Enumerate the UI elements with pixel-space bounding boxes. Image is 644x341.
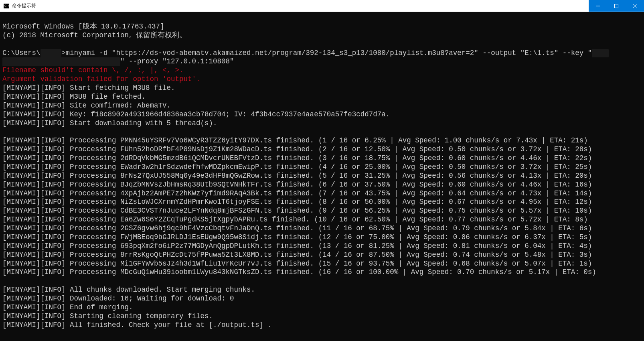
terminal-output[interactable]: Microsoft Windows [版本 10.0.17763.437] (c… — [0, 12, 644, 341]
log-line: [MINYAMI][INFO] Proccessing 693pqXm2fo6i… — [2, 242, 592, 250]
error-line-2: Argument validation failed for option 'o… — [2, 75, 200, 83]
log-line: [MINYAMI][INFO] Proccessing 8rrRsKgoQtPH… — [2, 251, 592, 259]
close-button[interactable] — [626, 0, 644, 12]
redacted-user: xxxxx — [41, 49, 62, 58]
info-post-block: [MINYAMI][INFO] All chunks downloaded. S… — [2, 286, 642, 329]
maximize-button[interactable] — [607, 0, 626, 12]
svg-rect-3 — [615, 4, 618, 8]
info-pre-block: [MINYAMI][INFO] Start fetching M3U8 file… — [2, 84, 642, 128]
log-line: [MINYAMI][INFO] Start fetching M3U8 file… — [2, 84, 175, 92]
copyright-line: (c) 2018 Microsoft Corporation。保留所有权利。 — [2, 31, 186, 39]
log-line: [MINYAMI][INFO] Proccessing Ea6Zw6S6Y2ZC… — [2, 215, 588, 223]
prompt-path: C:\Users\ — [2, 49, 41, 57]
svg-text:C:\: C:\ — [4, 4, 9, 8]
ms-windows-line: Microsoft Windows [版本 10.0.17763.437] — [2, 22, 164, 30]
log-line: [MINYAMI][INFO] Proccessing 8rNs27QxUJ55… — [2, 172, 592, 180]
log-line: [MINYAMI][INFO] Proccessing CdBE3CVST7nJ… — [2, 207, 592, 215]
command-part1: minyami -d "https://ds-vod-abematv.akama… — [66, 49, 592, 57]
log-line: [MINYAMI][INFO] Proccessing EWadr3w2h1rS… — [2, 163, 592, 171]
log-line: [MINYAMI][INFO] M3U8 file fetched. — [2, 93, 146, 101]
log-line: [MINYAMI][INFO] Starting cleaning tempor… — [2, 312, 213, 320]
app-icon: C:\ — [3, 3, 10, 9]
redacted-key2: xxxxxxxxxxxxxxxxxxxxxxxxxxxx — [2, 57, 120, 66]
command-part2: " --proxy "127.0.0.1:10808" — [120, 57, 234, 65]
prompt-suffix: > — [61, 49, 66, 57]
window-title: 命令提示符 — [12, 2, 589, 9]
log-line: [MINYAMI][INFO] Proccessing MDcGuQ1wHu39… — [2, 268, 596, 276]
log-line: [MINYAMI][INFO] Proccessing FUhn52hoDRfb… — [2, 145, 592, 153]
log-line: [MINYAMI][INFO] Key: f18c8902a4931966d48… — [2, 110, 390, 118]
log-line: [MINYAMI][INFO] Proccessing 2GSZ6gvw6hj9… — [2, 224, 592, 232]
log-line: [MINYAMI][INFO] Proccessing NiZsLoWJCXrn… — [2, 198, 592, 206]
window-titlebar: C:\ 命令提示符 — [0, 0, 644, 12]
log-line: [MINYAMI][INFO] Downloaded: 16; Waiting … — [2, 294, 234, 302]
log-line: [MINYAMI][INFO] Start downloading with 5… — [2, 119, 217, 127]
log-line: [MINYAMI][INFO] End of merging. — [2, 303, 133, 311]
log-line: [MINYAMI][INFO] Site comfirmed: AbemaTV. — [2, 101, 171, 110]
log-line: [MINYAMI][INFO] All finished. Check your… — [2, 321, 272, 329]
log-line: [MINYAMI][INFO] Proccessing FWjMBEoq9bGJ… — [2, 233, 592, 241]
processing-block: [MINYAMI][INFO] Proccessing PMNN45uYSRFv… — [2, 136, 642, 277]
minimize-button[interactable] — [589, 0, 607, 12]
log-line: [MINYAMI][INFO] Proccessing BJqZbMNVszJb… — [2, 181, 592, 189]
log-line: [MINYAMI][INFO] Proccessing 2dRDqVkbMG5m… — [2, 154, 592, 162]
log-line: [MINYAMI][INFO] Proccessing Mi1GFYWvb5sJ… — [2, 260, 592, 268]
log-line: [MINYAMI][INFO] All chunks downloaded. S… — [2, 286, 255, 294]
error-line-1: Filename should't contain \, /, :, |, <,… — [2, 66, 184, 74]
log-line: [MINYAMI][INFO] Proccessing PMNN45uYSRFv… — [2, 136, 588, 144]
redacted-key: xxxx — [592, 49, 609, 58]
log-line: [MINYAMI][INFO] Proccessing 4XpAjbz2AmPE… — [2, 189, 592, 197]
